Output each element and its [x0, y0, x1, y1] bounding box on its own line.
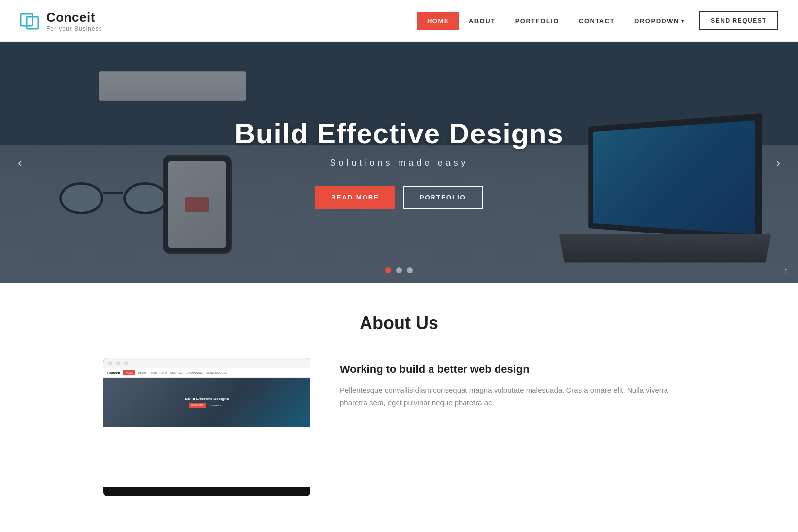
mockup-hero-title: Build Effective Designs: [185, 397, 229, 401]
nav-item-contact[interactable]: CONTACT: [569, 12, 625, 30]
slider-dot-1[interactable]: [385, 267, 391, 273]
mockup-logo: Conceit: [107, 371, 120, 375]
nav-item-portfolio[interactable]: PORTFOLIO: [505, 12, 569, 30]
hero-subtitle: Solutions made easy: [330, 158, 468, 168]
hero-buttons: READ MORE PORTFOLIO: [315, 186, 482, 209]
about-text-title: Working to build a better web design: [340, 363, 695, 376]
mockup-dropdown-item: DROPDOWN: [187, 371, 203, 374]
mockup-dot-3: [124, 361, 128, 365]
about-section-title: About Us: [20, 313, 778, 333]
hero-title: Build Effective Designs: [234, 117, 564, 150]
read-more-button[interactable]: READ MORE: [315, 186, 395, 209]
dropdown-arrow-icon: ▾: [681, 18, 685, 24]
mockup-dot-2: [116, 361, 120, 365]
send-request-button[interactable]: SEND REQUEST: [699, 11, 778, 30]
mockup-portfolio-item: PORTFOLIO: [151, 371, 167, 374]
mockup-body: Conceit HOME ABOUT PORTFOLIO CONTACT DRO…: [103, 368, 310, 487]
mockup-contact-item: CONTACT: [170, 371, 184, 374]
logo-text-area: Conceit For your Business: [46, 10, 102, 32]
arrow-up-icon: ↑: [783, 265, 788, 276]
mockup-read-more-btn: READ MORE: [189, 403, 205, 408]
scroll-top-button[interactable]: ↑: [783, 265, 788, 276]
mockup-hero-buttons: READ MORE PORTFOLIO: [189, 403, 225, 408]
logo-area: Conceit For your Business: [20, 10, 102, 32]
hero-content: Build Effective Designs Solutions made e…: [0, 42, 798, 283]
about-text-body: Pellentesque convallis diam consequat ma…: [340, 384, 695, 409]
slider-dot-2[interactable]: [396, 267, 402, 273]
slider-prev-arrow[interactable]: ‹: [10, 151, 30, 174]
about-section: About Us Conceit HOME ABOUT PORTFOLIO CO…: [0, 283, 798, 516]
mockup-send-item: SEND REQUEST: [206, 371, 229, 374]
main-nav: HOME ABOUT PORTFOLIO CONTACT DROPDOWN ▾ …: [417, 11, 778, 30]
slider-next-arrow[interactable]: ›: [768, 151, 788, 174]
mockup-portfolio-btn: PORTFOLIO: [208, 403, 225, 408]
about-text-block: Working to build a better web design Pel…: [340, 358, 695, 409]
slider-dots: [385, 267, 413, 273]
portfolio-button[interactable]: PORTFOLIO: [403, 186, 483, 209]
logo-icon: [20, 10, 41, 32]
mockup-about-item: ABOUT: [138, 371, 148, 374]
mockup-hero: Build Effective Designs READ MORE PORTFO…: [103, 378, 310, 427]
nav-item-dropdown[interactable]: DROPDOWN ▾: [625, 12, 694, 30]
logo-name: Conceit: [46, 10, 102, 25]
nav-item-about[interactable]: ABOUT: [459, 12, 505, 30]
about-mockup: Conceit HOME ABOUT PORTFOLIO CONTACT DRO…: [103, 358, 310, 496]
mockup-nav: Conceit HOME ABOUT PORTFOLIO CONTACT DRO…: [103, 368, 310, 378]
mockup-home-btn: HOME: [123, 370, 135, 375]
header: Conceit For your Business HOME ABOUT POR…: [0, 0, 798, 42]
mockup-header: [103, 358, 310, 368]
slider-dot-3[interactable]: [407, 267, 413, 273]
logo-tagline: For your Business: [46, 25, 102, 32]
nav-item-home[interactable]: HOME: [417, 12, 459, 30]
hero-section: Build Effective Designs Solutions made e…: [0, 42, 798, 283]
mockup-dot-1: [108, 361, 112, 365]
about-content: Conceit HOME ABOUT PORTFOLIO CONTACT DRO…: [103, 358, 695, 496]
